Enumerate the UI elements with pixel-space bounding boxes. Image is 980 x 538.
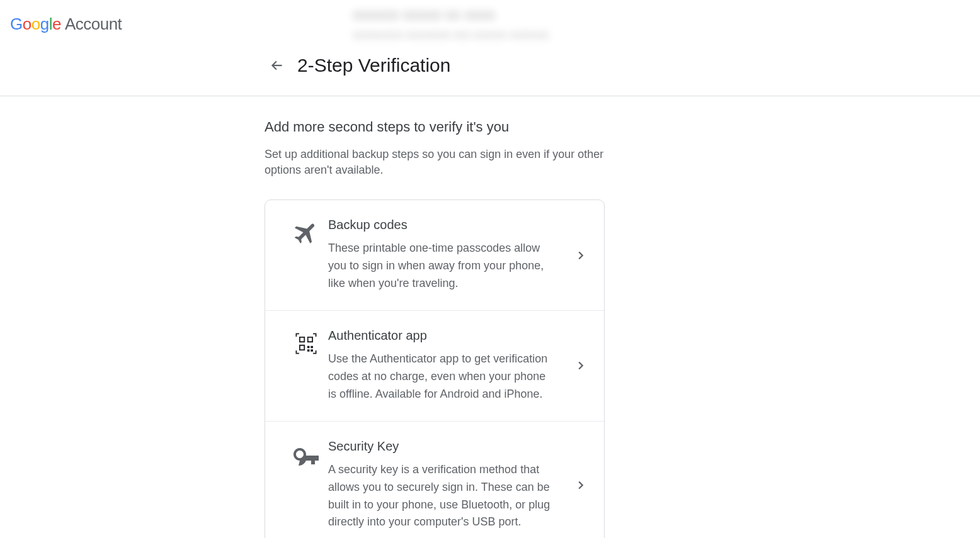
top-bar: Google Account (0, 0, 980, 40)
google-account-logo: Google Account (10, 14, 122, 34)
option-desc: A security key is a verification method … (328, 461, 554, 532)
option-backup-codes[interactable]: Backup codes These printable one-time pa… (265, 200, 604, 311)
option-security-key[interactable]: Security Key A security key is a verific… (265, 422, 604, 538)
arrow-left-icon (269, 57, 285, 74)
option-desc: These printable one-time passcodes allow… (328, 240, 554, 293)
option-title: Security Key (328, 439, 554, 454)
chevron-right-icon (574, 249, 588, 262)
back-button[interactable] (265, 53, 290, 78)
option-title: Authenticator app (328, 328, 554, 343)
chevron-right-icon (574, 478, 588, 492)
qr-code-icon (284, 328, 328, 357)
options-card: Backup codes These printable one-time pa… (265, 199, 605, 538)
option-authenticator-app[interactable]: Authenticator app Use the Authenticator … (265, 311, 604, 422)
page-header: 2-Step Verification (0, 40, 980, 96)
content: Add more second steps to verify it's you… (0, 96, 605, 538)
option-desc: Use the Authenticator app to get verific… (328, 350, 554, 403)
section-heading: Add more second steps to verify it's you (265, 119, 605, 135)
page-title: 2-Step Verification (297, 55, 450, 76)
airplane-icon (284, 218, 328, 247)
section-sub: Set up additional backup steps so you ca… (265, 147, 605, 178)
chevron-right-icon (574, 359, 588, 373)
key-icon (284, 439, 328, 471)
option-title: Backup codes (328, 218, 554, 232)
product-label: Account (65, 14, 122, 34)
